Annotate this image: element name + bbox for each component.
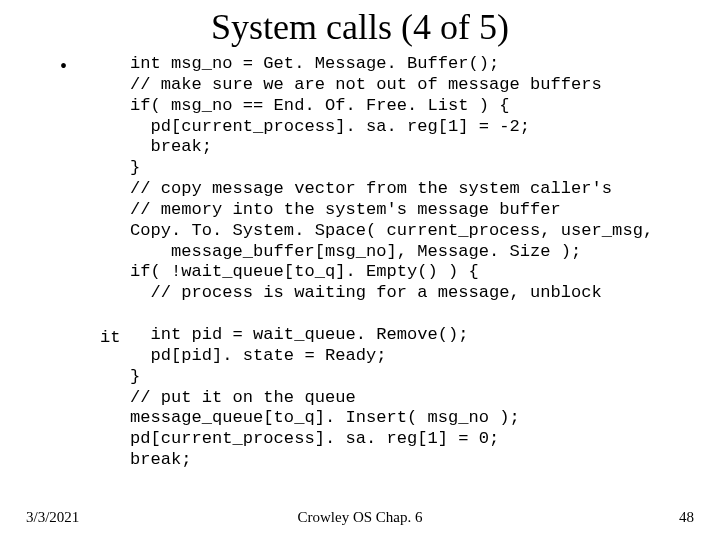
bullet-marker: • — [60, 56, 67, 76]
code-part-2: int pid = wait_queue. Remove(); pd[pid].… — [130, 325, 520, 469]
code-block: int msg_no = Get. Message. Buffer(); // … — [130, 54, 653, 471]
slide: System calls (4 of 5) • int msg_no = Get… — [0, 0, 720, 540]
footer-center: Crowley OS Chap. 6 — [0, 509, 720, 526]
code-part-1: int msg_no = Get. Message. Buffer(); // … — [130, 54, 653, 302]
it-label: it — [100, 328, 121, 347]
slide-title: System calls (4 of 5) — [0, 6, 720, 48]
footer-page-number: 48 — [679, 509, 694, 526]
